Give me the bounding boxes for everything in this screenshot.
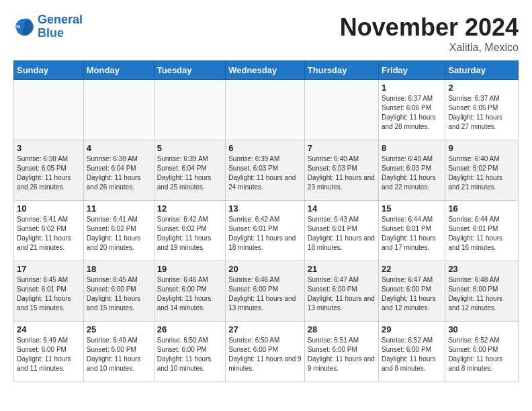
day-number: 8 <box>382 143 442 153</box>
day-info: Sunrise: 6:40 AM Sunset: 6:02 PM Dayligh… <box>448 154 515 192</box>
day-info: Sunrise: 6:44 AM Sunset: 6:01 PM Dayligh… <box>448 215 515 253</box>
day-number: 7 <box>308 143 375 153</box>
day-info: Sunrise: 6:50 AM Sunset: 6:00 PM Dayligh… <box>228 336 302 373</box>
day-info: Sunrise: 6:37 AM Sunset: 6:05 PM Dayligh… <box>448 94 515 132</box>
header-cell-saturday: Saturday <box>445 61 519 80</box>
day-number: 29 <box>382 324 442 334</box>
day-cell: 9Sunrise: 6:40 AM Sunset: 6:02 PM Daylig… <box>445 140 519 201</box>
title-block: November 2024 Xalitla, Mexico <box>340 13 519 54</box>
day-cell: 7Sunrise: 6:40 AM Sunset: 6:03 PM Daylig… <box>304 140 378 201</box>
day-info: Sunrise: 6:52 AM Sunset: 6:00 PM Dayligh… <box>382 336 442 373</box>
day-info: Sunrise: 6:41 AM Sunset: 6:02 PM Dayligh… <box>17 215 81 253</box>
day-info: Sunrise: 6:37 AM Sunset: 6:06 PM Dayligh… <box>382 94 442 132</box>
day-number: 3 <box>17 143 81 153</box>
day-info: Sunrise: 6:38 AM Sunset: 6:04 PM Dayligh… <box>87 154 151 192</box>
day-number: 30 <box>448 324 515 334</box>
day-info: Sunrise: 6:52 AM Sunset: 6:00 PM Dayligh… <box>448 336 515 373</box>
day-number: 25 <box>87 324 151 334</box>
day-cell: 17Sunrise: 6:45 AM Sunset: 6:01 PM Dayli… <box>14 261 84 322</box>
day-cell: 23Sunrise: 6:48 AM Sunset: 6:00 PM Dayli… <box>445 261 519 322</box>
day-cell: 15Sunrise: 6:44 AM Sunset: 6:01 PM Dayli… <box>379 201 445 261</box>
header-cell-sunday: Sunday <box>14 61 84 80</box>
day-number: 26 <box>157 324 222 334</box>
day-number: 20 <box>228 264 302 274</box>
logo-icon: G <box>13 16 35 38</box>
day-info: Sunrise: 6:46 AM Sunset: 6:00 PM Dayligh… <box>228 275 302 313</box>
day-cell: 16Sunrise: 6:44 AM Sunset: 6:01 PM Dayli… <box>445 201 519 261</box>
day-cell: 3Sunrise: 6:38 AM Sunset: 6:05 PM Daylig… <box>14 140 84 201</box>
day-info: Sunrise: 6:40 AM Sunset: 6:03 PM Dayligh… <box>308 154 375 192</box>
week-row-4: 17Sunrise: 6:45 AM Sunset: 6:01 PM Dayli… <box>14 261 519 322</box>
day-number: 19 <box>157 264 222 274</box>
day-info: Sunrise: 6:50 AM Sunset: 6:00 PM Dayligh… <box>157 336 222 373</box>
day-number: 9 <box>448 143 515 153</box>
day-info: Sunrise: 6:45 AM Sunset: 6:01 PM Dayligh… <box>17 275 81 313</box>
day-number: 17 <box>17 264 81 274</box>
day-cell: 28Sunrise: 6:51 AM Sunset: 6:00 PM Dayli… <box>304 322 378 382</box>
day-info: Sunrise: 6:39 AM Sunset: 6:04 PM Dayligh… <box>157 154 222 192</box>
day-number: 24 <box>17 324 81 334</box>
day-cell: 24Sunrise: 6:49 AM Sunset: 6:00 PM Dayli… <box>14 322 84 382</box>
day-info: Sunrise: 6:46 AM Sunset: 6:00 PM Dayligh… <box>157 275 222 313</box>
logo: G General Blue <box>13 13 83 40</box>
day-cell <box>14 80 84 140</box>
logo-line2: Blue <box>38 26 64 40</box>
day-info: Sunrise: 6:40 AM Sunset: 6:03 PM Dayligh… <box>382 154 442 192</box>
day-cell: 13Sunrise: 6:42 AM Sunset: 6:01 PM Dayli… <box>226 201 305 261</box>
day-number: 10 <box>17 203 81 214</box>
day-number: 5 <box>157 143 222 153</box>
header-cell-tuesday: Tuesday <box>154 61 225 80</box>
week-row-5: 24Sunrise: 6:49 AM Sunset: 6:00 PM Dayli… <box>14 322 519 382</box>
location-title: Xalitla, Mexico <box>340 42 519 54</box>
day-info: Sunrise: 6:49 AM Sunset: 6:00 PM Dayligh… <box>17 336 81 373</box>
day-cell: 27Sunrise: 6:50 AM Sunset: 6:00 PM Dayli… <box>226 322 305 382</box>
day-number: 13 <box>228 203 302 214</box>
day-cell: 25Sunrise: 6:49 AM Sunset: 6:00 PM Dayli… <box>83 322 154 382</box>
calendar-body: 1Sunrise: 6:37 AM Sunset: 6:06 PM Daylig… <box>14 80 519 382</box>
day-number: 11 <box>87 203 151 214</box>
day-info: Sunrise: 6:48 AM Sunset: 6:00 PM Dayligh… <box>448 275 515 313</box>
header-row: SundayMondayTuesdayWednesdayThursdayFrid… <box>14 61 519 80</box>
day-info: Sunrise: 6:47 AM Sunset: 6:00 PM Dayligh… <box>308 275 375 313</box>
day-number: 1 <box>382 83 442 93</box>
day-number: 4 <box>87 143 151 153</box>
day-cell: 5Sunrise: 6:39 AM Sunset: 6:04 PM Daylig… <box>154 140 225 201</box>
day-cell: 21Sunrise: 6:47 AM Sunset: 6:00 PM Dayli… <box>304 261 378 322</box>
month-title: November 2024 <box>340 13 519 42</box>
week-row-1: 1Sunrise: 6:37 AM Sunset: 6:06 PM Daylig… <box>14 80 519 140</box>
day-number: 22 <box>382 264 442 274</box>
day-number: 16 <box>448 203 515 214</box>
day-cell: 4Sunrise: 6:38 AM Sunset: 6:04 PM Daylig… <box>83 140 154 201</box>
day-cell <box>83 80 154 140</box>
day-number: 23 <box>448 264 515 274</box>
day-info: Sunrise: 6:49 AM Sunset: 6:00 PM Dayligh… <box>87 336 151 373</box>
day-info: Sunrise: 6:42 AM Sunset: 6:02 PM Dayligh… <box>157 215 222 253</box>
day-cell <box>226 80 305 140</box>
logo-text: General Blue <box>38 13 83 40</box>
day-info: Sunrise: 6:38 AM Sunset: 6:05 PM Dayligh… <box>17 154 81 192</box>
day-cell: 18Sunrise: 6:45 AM Sunset: 6:00 PM Dayli… <box>83 261 154 322</box>
day-info: Sunrise: 6:45 AM Sunset: 6:00 PM Dayligh… <box>87 275 151 313</box>
day-cell: 30Sunrise: 6:52 AM Sunset: 6:00 PM Dayli… <box>445 322 519 382</box>
day-info: Sunrise: 6:51 AM Sunset: 6:00 PM Dayligh… <box>308 336 375 373</box>
logo-line1: General <box>38 13 83 26</box>
day-cell: 8Sunrise: 6:40 AM Sunset: 6:03 PM Daylig… <box>379 140 445 201</box>
day-cell: 19Sunrise: 6:46 AM Sunset: 6:00 PM Dayli… <box>154 261 225 322</box>
day-cell: 14Sunrise: 6:43 AM Sunset: 6:01 PM Dayli… <box>304 201 378 261</box>
day-info: Sunrise: 6:44 AM Sunset: 6:01 PM Dayligh… <box>382 215 442 253</box>
page-header: G General Blue November 2024 Xalitla, Me… <box>13 13 519 54</box>
calendar-table: SundayMondayTuesdayWednesdayThursdayFrid… <box>13 60 519 382</box>
day-number: 28 <box>308 324 375 334</box>
day-cell <box>154 80 225 140</box>
day-cell <box>304 80 378 140</box>
day-cell: 26Sunrise: 6:50 AM Sunset: 6:00 PM Dayli… <box>154 322 225 382</box>
day-cell: 11Sunrise: 6:41 AM Sunset: 6:02 PM Dayli… <box>83 201 154 261</box>
day-info: Sunrise: 6:41 AM Sunset: 6:02 PM Dayligh… <box>87 215 151 253</box>
day-number: 15 <box>382 203 442 214</box>
week-row-3: 10Sunrise: 6:41 AM Sunset: 6:02 PM Dayli… <box>14 201 519 261</box>
header-cell-wednesday: Wednesday <box>226 61 305 80</box>
day-info: Sunrise: 6:43 AM Sunset: 6:01 PM Dayligh… <box>308 215 375 253</box>
day-cell: 6Sunrise: 6:39 AM Sunset: 6:03 PM Daylig… <box>226 140 305 201</box>
day-number: 21 <box>308 264 375 274</box>
day-number: 6 <box>228 143 302 153</box>
